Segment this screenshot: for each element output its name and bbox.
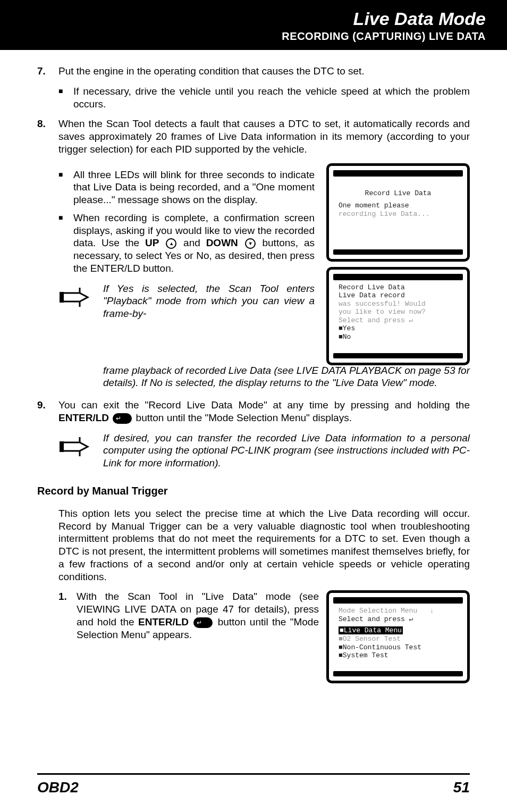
- screen-record-done: Record Live Data Live Data record was su…: [326, 267, 470, 365]
- enter-button-icon: [113, 413, 132, 424]
- enter-button-icon: [193, 617, 213, 628]
- step-text: When the Scan Tool detects a fault that …: [58, 118, 470, 155]
- screen-highlighted-item: ■Live Data Menu: [339, 626, 403, 634]
- step-8-detail-block: ■ All three LEDs will blink for three se…: [58, 163, 470, 365]
- screen-top-bar: [333, 597, 463, 604]
- header-subtitle: RECORDING (CAPTURING) LIVE DATA: [21, 30, 486, 43]
- screen-mode-menu: Mode Selection Menu ↓ Select and press ↵…: [326, 590, 470, 683]
- up-label: UP: [145, 237, 159, 248]
- text-fragment: button until the "Mode Selection Menu" d…: [136, 412, 352, 423]
- step-number: 1.: [58, 590, 77, 641]
- step-8-bullets: ■ All three LEDs will blink for three se…: [58, 163, 315, 320]
- header-title: Live Data Mode: [21, 9, 486, 29]
- bullet-text: When recording is complete, a confirmati…: [73, 212, 315, 275]
- up-arrow-icon: [166, 238, 176, 249]
- bullet-icon: ■: [58, 169, 73, 206]
- bullet-text: If necessary, drive the vehicle until yo…: [73, 85, 470, 111]
- svg-rect-1: [60, 441, 64, 452]
- screen-top-bar: [333, 170, 463, 177]
- note-continuation: frame playback of recorded Live Data (se…: [103, 364, 470, 390]
- step-7-bullet: ■ If necessary, drive the vehicle until …: [58, 85, 470, 111]
- screen-line: ■O2 Sensor Test: [339, 635, 458, 643]
- down-label: DOWN: [206, 237, 238, 248]
- screen-line: Record Live Data: [339, 283, 458, 292]
- screen-line: recording Live Data...: [339, 210, 458, 219]
- bullet-icon: ■: [58, 85, 73, 111]
- footer-left: OBD2: [37, 779, 79, 796]
- screen-line: Select and press ↵: [339, 615, 458, 624]
- step-number: 8.: [37, 118, 58, 155]
- screen-line: ■No: [339, 333, 458, 341]
- screen-bottom-bar: [333, 671, 463, 676]
- section2-step1: 1. With the Scan Tool in "Live Data" mod…: [58, 590, 319, 641]
- screen-line: you like to view now?: [339, 308, 458, 316]
- section-heading: Record by Manual Trigger: [37, 484, 470, 498]
- screen-line: ■System Test: [339, 651, 458, 660]
- step-number: 7.: [37, 65, 58, 78]
- screen-illustration: Mode Selection Menu ↓ Select and press ↵…: [326, 590, 470, 683]
- step-8-bullet-2: ■ When recording is complete, a confirma…: [58, 212, 315, 275]
- step-8-bullet-1: ■ All three LEDs will blink for three se…: [58, 169, 315, 206]
- step-text: You can exit the "Record Live Data Mode"…: [58, 399, 470, 424]
- footer-page-number: 51: [453, 779, 470, 796]
- screen-line: Record Live Data: [339, 189, 458, 198]
- page-footer: OBD2 51: [37, 779, 470, 796]
- screen-illustrations: Record Live Data One moment please recor…: [326, 163, 470, 365]
- page-content: 7. Put the engine in the operating condi…: [0, 50, 507, 687]
- enter-ld-label: ENTER/LD: [138, 616, 189, 627]
- screen-line: One moment please: [339, 202, 458, 210]
- step-9: 9. You can exit the "Record Live Data Mo…: [37, 399, 470, 424]
- down-arrow-icon: [245, 238, 256, 249]
- screen-bottom-bar: [333, 353, 463, 358]
- step-7: 7. Put the engine in the operating condi…: [37, 65, 470, 78]
- section-paragraph: This option lets you select the precise …: [58, 507, 470, 583]
- pointing-hand-icon: [58, 282, 96, 312]
- step-8-note: If Yes is selected, the Scan Tool enters…: [58, 282, 315, 320]
- screen-content: Record Live Data Live Data record was su…: [333, 280, 463, 353]
- screen-line: ■Live Data Menu: [339, 626, 458, 635]
- pointing-hand-icon: [58, 432, 96, 462]
- screen-content: Mode Selection Menu ↓ Select and press ↵…: [333, 604, 463, 671]
- screen-line: was successful! Would: [339, 300, 458, 308]
- bullet-icon: ■: [58, 212, 73, 275]
- footer-rule: [37, 773, 470, 775]
- screen-line: ■Yes: [339, 324, 458, 333]
- step-number: 9.: [37, 399, 58, 424]
- screen-top-bar: [333, 274, 463, 280]
- section2-step1-block: Mode Selection Menu ↓ Select and press ↵…: [58, 590, 470, 687]
- screen-line: Live Data record: [339, 291, 458, 300]
- step-9-note: If desired, you can transfer the recorde…: [58, 432, 470, 470]
- enter-ld-label: ENTER/LD: [58, 412, 109, 423]
- page-header: Live Data Mode RECORDING (CAPTURING) LIV…: [0, 0, 507, 50]
- text-fragment: and: [183, 237, 206, 248]
- screen-bottom-bar: [333, 249, 463, 255]
- screen-line: Mode Selection Menu ↓: [339, 607, 458, 615]
- svg-rect-0: [60, 292, 64, 303]
- note-text: If desired, you can transfer the recorde…: [103, 432, 470, 470]
- text-fragment: You can exit the "Record Live Data Mode"…: [58, 399, 470, 411]
- step-text: Put the engine in the operating conditio…: [58, 65, 470, 78]
- screen-line: Select and press ↵: [339, 316, 458, 325]
- screen-line: ■Non-Continuous Test: [339, 643, 458, 652]
- page: Live Data Mode RECORDING (CAPTURING) LIV…: [0, 0, 507, 812]
- step-text: With the Scan Tool in "Live Data" mode (…: [77, 590, 319, 641]
- step-8: 8. When the Scan Tool detects a fault th…: [37, 118, 470, 155]
- bullet-text: All three LEDs will blink for three seco…: [73, 169, 315, 206]
- screen-content: Record Live Data One moment please recor…: [333, 177, 463, 249]
- screen-record-wait: Record Live Data One moment please recor…: [326, 163, 470, 262]
- note-text: If Yes is selected, the Scan Tool enters…: [103, 282, 315, 320]
